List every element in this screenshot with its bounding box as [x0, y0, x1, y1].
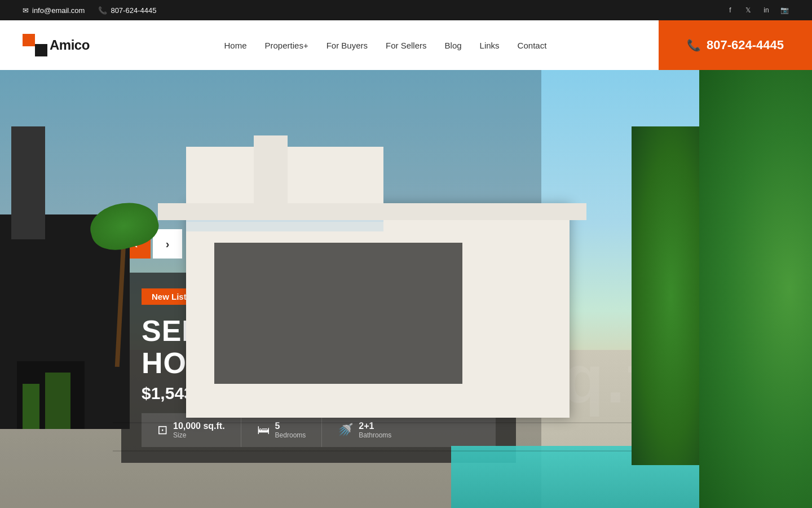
top-bar-contact: ✉ info@email.com 📞 807-624-4445	[23, 6, 156, 15]
property-details: ⊡ 10,000 sq.ft. Size 🛏 5 Bedrooms 🚿 2+1 …	[142, 413, 496, 447]
facebook-icon[interactable]: f	[725, 5, 735, 15]
logo-icon	[23, 34, 47, 56]
nav-links[interactable]: Links	[480, 41, 500, 50]
nav-blog[interactable]: Blog	[445, 41, 462, 50]
header-phone-cta[interactable]: 📞 807-624-4445	[659, 20, 812, 70]
instagram-icon[interactable]: 📷	[779, 5, 789, 15]
logo-orange-square	[23, 34, 35, 46]
phone-text: 807-624-4445	[111, 6, 156, 15]
planter-left	[17, 361, 85, 429]
top-bar: ✉ info@email.com 📞 807-624-4445 f 𝕏 in 📷	[0, 0, 812, 20]
bath-icon: 🚿	[338, 423, 353, 437]
house-chimney	[254, 135, 288, 214]
outdoor-fixture	[11, 126, 45, 239]
bathrooms-info: 2+1 Bathrooms	[359, 421, 391, 439]
nav-home[interactable]: Home	[224, 41, 247, 50]
house-glass	[214, 243, 462, 384]
header-phone-number: 807-624-4445	[707, 38, 784, 52]
detail-size: ⊡ 10,000 sq.ft. Size	[142, 413, 241, 447]
house-balcony-rail	[186, 220, 383, 231]
logo-text: Amico	[50, 37, 90, 53]
twitter-icon[interactable]: 𝕏	[743, 5, 753, 15]
bathrooms-label: Bathrooms	[359, 431, 391, 439]
hero-section: 10,000 sq.ft. ‹ › New Listing 📍 1975 Ric…	[0, 70, 812, 508]
bedrooms-info: 5 Bedrooms	[275, 421, 306, 439]
nav-buyers[interactable]: For Buyers	[326, 41, 368, 50]
house-roof	[158, 203, 586, 220]
greenery-right2	[632, 126, 710, 465]
bed-icon: 🛏	[257, 423, 270, 437]
paving-line-1	[113, 450, 671, 452]
email-text: info@email.com	[32, 6, 85, 15]
logo-area[interactable]: Amico	[0, 34, 112, 56]
size-info: 10,000 sq.ft. Size	[173, 421, 225, 439]
phone-item[interactable]: 📞 807-624-4445	[98, 6, 156, 15]
nav-sellers[interactable]: For Sellers	[386, 41, 427, 50]
main-nav: Home Properties+ For Buyers For Sellers …	[112, 41, 659, 50]
email-item[interactable]: ✉ info@email.com	[23, 6, 85, 15]
header: Amico Home Properties+ For Buyers For Se…	[0, 20, 812, 70]
email-icon: ✉	[23, 6, 29, 15]
greenery-right	[699, 70, 812, 508]
detail-bathrooms: 🚿 2+1 Bathrooms	[322, 413, 407, 447]
social-links: f 𝕏 in 📷	[725, 5, 789, 15]
next-arrow[interactable]: ›	[153, 229, 182, 259]
detail-bedrooms: 🛏 5 Bedrooms	[241, 413, 323, 447]
linkedin-icon[interactable]: in	[761, 5, 771, 15]
header-phone-icon: 📞	[687, 38, 701, 52]
logo-black-square	[35, 44, 47, 56]
nav-contact[interactable]: Contact	[518, 41, 547, 50]
nav-properties[interactable]: Properties+	[265, 41, 308, 50]
size-label: Size	[173, 431, 225, 439]
bedrooms-label: Bedrooms	[275, 431, 306, 439]
phone-icon: 📞	[98, 6, 107, 15]
paving-line-2	[113, 422, 671, 423]
size-icon: ⊡	[157, 423, 167, 437]
